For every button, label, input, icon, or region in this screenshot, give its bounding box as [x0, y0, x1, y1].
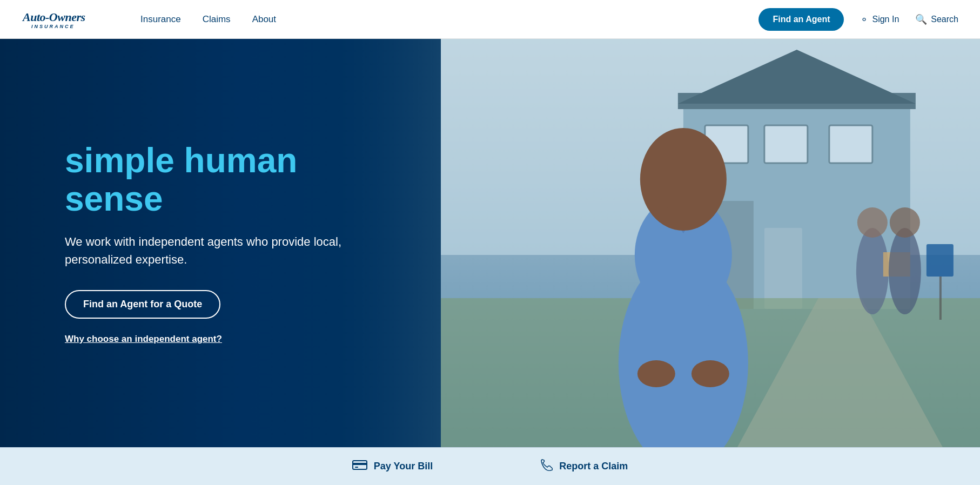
report-claim-item[interactable]: Report a Claim — [541, 459, 628, 475]
nav-item-insurance[interactable]: Insurance — [140, 14, 181, 25]
phone-svg — [541, 459, 553, 471]
hero-section: simple human sense We work with independ… — [0, 39, 980, 447]
independent-agent-link[interactable]: Why choose an independent agent? — [65, 334, 367, 345]
nav-link-claims[interactable]: Claims — [203, 14, 231, 24]
footer-bar: Pay Your Bill Report a Claim — [0, 447, 980, 485]
logo-svg: Auto-Owners INSURANCE — [22, 7, 113, 30]
search-link[interactable]: 🔍 Search — [915, 14, 958, 25]
svg-point-17 — [890, 207, 920, 238]
nav-item-about[interactable]: About — [252, 14, 276, 25]
svg-rect-9 — [764, 228, 802, 309]
nav-link-insurance[interactable]: Insurance — [140, 14, 181, 24]
sign-in-label: Sign In — [872, 15, 899, 24]
search-icon: 🔍 — [915, 14, 927, 25]
hero-headline: simple human sense — [65, 142, 367, 218]
credit-card-icon — [352, 459, 367, 474]
svg-point-26 — [692, 360, 729, 387]
svg-rect-19 — [939, 277, 942, 320]
search-label: Search — [931, 15, 958, 24]
svg-rect-8 — [829, 125, 872, 163]
svg-text:Auto-Owners: Auto-Owners — [22, 10, 85, 24]
user-icon: ⚬ — [860, 14, 868, 25]
navbar: Auto-Owners INSURANCE Insurance Claims A… — [0, 0, 980, 39]
pay-bill-label: Pay Your Bill — [374, 461, 433, 472]
svg-rect-28 — [353, 463, 367, 465]
nav-link-about[interactable]: About — [252, 14, 276, 24]
svg-point-16 — [889, 228, 921, 314]
navbar-right: Find an Agent ⚬ Sign In 🔍 Search — [759, 8, 958, 31]
find-agent-quote-button[interactable]: Find an Agent for a Quote — [65, 290, 220, 319]
hero-photo-bg — [441, 39, 980, 447]
find-agent-button[interactable]: Find an Agent — [759, 8, 844, 31]
svg-rect-18 — [927, 244, 954, 277]
phone-icon — [541, 459, 553, 475]
logo[interactable]: Auto-Owners INSURANCE — [22, 7, 113, 32]
navbar-left: Auto-Owners INSURANCE Insurance Claims A… — [22, 7, 276, 32]
logo-text: Auto-Owners INSURANCE — [22, 7, 113, 32]
sign-in-link[interactable]: ⚬ Sign In — [860, 14, 899, 25]
svg-rect-24 — [667, 206, 700, 228]
report-claim-label: Report a Claim — [559, 461, 628, 472]
svg-rect-29 — [355, 467, 358, 468]
nav-item-claims[interactable]: Claims — [203, 14, 231, 25]
svg-rect-7 — [764, 125, 808, 163]
svg-point-14 — [857, 207, 888, 238]
hero-content: simple human sense We work with independ… — [0, 142, 367, 345]
card-svg — [352, 459, 367, 471]
svg-text:INSURANCE: INSURANCE — [31, 24, 75, 29]
hero-subtext: We work with independent agents who prov… — [65, 233, 346, 268]
pay-bill-item[interactable]: Pay Your Bill — [352, 459, 433, 474]
hero-scene-svg — [441, 39, 980, 447]
svg-point-25 — [637, 360, 675, 387]
nav-links: Insurance Claims About — [140, 14, 276, 25]
